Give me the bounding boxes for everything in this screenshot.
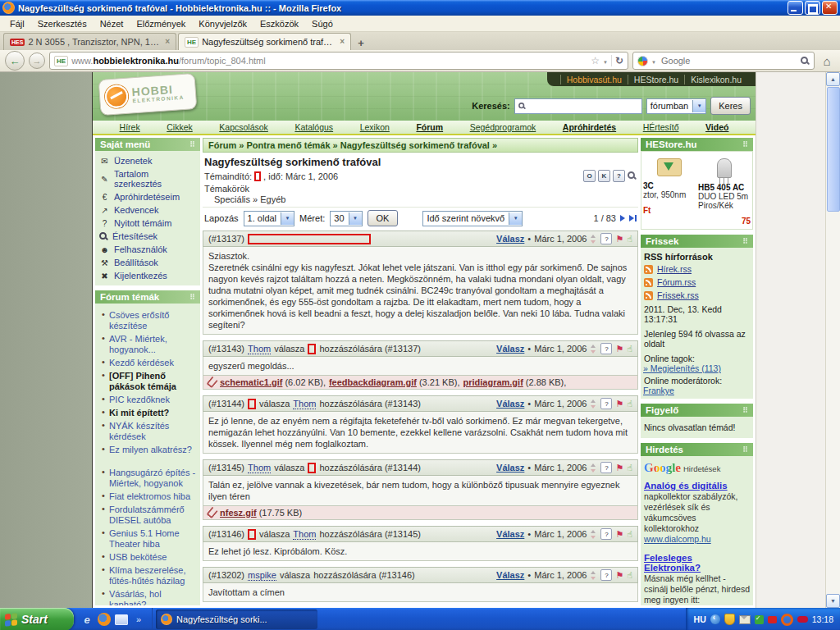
forum-topic-link[interactable]: [OFF] Pihenő pákások témája (109, 371, 176, 391)
product-image[interactable] (657, 158, 682, 176)
rss-link[interactable]: Hírek.rss (657, 264, 692, 274)
question-icon[interactable] (600, 398, 612, 409)
store-product[interactable]: HB5 405 AC DUO LED 5m Piros/Kék 75 (698, 155, 751, 226)
nav-link[interactable]: Katalógus (294, 122, 333, 132)
google-logo-icon[interactable] (637, 56, 648, 66)
thumbs-up-icon[interactable] (627, 570, 632, 581)
topic-list-item[interactable]: Ez milyen alkatrész? (101, 443, 196, 456)
menu-item[interactable]: Előzmények (130, 17, 192, 30)
tray-envelope-icon[interactable] (739, 615, 751, 624)
reply-link[interactable]: Válasz (496, 234, 524, 244)
forum-topic-link[interactable]: AVR - Miértek, hogyanok... (109, 334, 167, 354)
nav-link[interactable]: Kapcsolások (219, 122, 268, 132)
topic-list-item[interactable]: Hangsugárzó építés - Miértek, hogyanok (101, 466, 196, 490)
forum-topic-link[interactable]: Klíma beszerelése, fűtés-hűtés házilag (109, 565, 186, 586)
report-flag-icon[interactable] (615, 570, 623, 581)
k-icon[interactable]: K (598, 170, 610, 182)
header-top-link[interactable]: HEStore.hu (628, 75, 684, 84)
last-page-icon[interactable] (629, 215, 637, 221)
thumbs-up-icon[interactable] (627, 529, 632, 540)
forum-topic-link[interactable]: Csöves erősítő készítése (109, 310, 169, 331)
nav-link[interactable]: Hírek (120, 122, 140, 132)
topic-list-item[interactable]: Ki mit épített? (101, 406, 196, 419)
rss-row[interactable]: Hírek.rss (643, 262, 751, 276)
show-desktop-icon[interactable] (115, 614, 128, 625)
ad-url-link[interactable]: www.dialcomp.hu (644, 534, 711, 544)
topic-list-item[interactable]: Genius 5.1 Home Theater hiba (101, 527, 196, 550)
ok-button[interactable]: OK (368, 210, 399, 226)
start-button[interactable]: Start (0, 608, 74, 630)
product-name[interactable]: 3C (643, 181, 696, 190)
question-icon[interactable] (600, 462, 612, 473)
thumbs-up-icon[interactable] (627, 344, 632, 354)
topic-groups-value[interactable]: Speciális » Egyéb (203, 194, 638, 207)
online-members-link[interactable]: » Megjelenítés (113) (643, 363, 721, 373)
menu-link[interactable]: Kedvencek (114, 205, 158, 215)
new-tab-button[interactable] (353, 35, 369, 50)
reply-link[interactable]: Válasz (496, 570, 524, 580)
product-image[interactable] (717, 158, 732, 178)
forum-topic-link[interactable]: USB bekötése (109, 552, 167, 562)
header-top-link[interactable]: Hobbivasút.hu (560, 75, 628, 84)
vertical-scrollbar[interactable] (825, 72, 840, 608)
question-icon[interactable] (600, 569, 612, 581)
nav-link[interactable]: Segédprogramok (470, 122, 536, 132)
ad-headline-link[interactable]: Felesleges Elektronika? (644, 553, 750, 573)
magnifier-icon[interactable] (628, 171, 637, 180)
search-submit-button[interactable]: Keres (710, 97, 751, 115)
attachment-link[interactable]: nfesz.gif (220, 508, 257, 518)
reply-link[interactable]: Válasz (496, 399, 524, 409)
vote-arrows-icon[interactable] (590, 345, 597, 354)
taskbar-window-button[interactable]: Nagyfeszültség sorki... (156, 609, 317, 629)
menu-item[interactable]: Eszközök (253, 17, 305, 30)
nav-link[interactable]: Apróhirdetés (563, 122, 616, 132)
report-flag-icon[interactable] (615, 234, 623, 244)
forum-topic-link[interactable]: Genius 5.1 Home Theater hiba (109, 528, 180, 549)
topic-list-item[interactable]: Vásárlás, hol kapható? (101, 587, 196, 605)
hestore-header[interactable]: HEStore.hu (641, 138, 753, 151)
next-page-icon[interactable] (620, 215, 625, 221)
topic-list-item[interactable]: Fiat elektromos hiba (101, 490, 196, 503)
menu-row[interactable]: ✎ Tartalom szerkesztés (98, 167, 198, 190)
forum-topic-link[interactable]: NYÁK készítés kérdések (109, 421, 169, 441)
search-scope-select[interactable]: fórumban (646, 98, 706, 114)
report-flag-icon[interactable] (615, 344, 623, 354)
forum-topic-link[interactable]: Vásárlás, hol kapható? (109, 589, 162, 606)
magnifier-icon[interactable] (801, 57, 810, 66)
nav-link[interactable]: Cikkek (167, 122, 193, 132)
attachment-link[interactable]: pridiagram.gif (463, 377, 523, 387)
menu-link[interactable]: Értesítések (112, 231, 158, 241)
rss-row[interactable]: Fórum.rss (643, 276, 751, 289)
tab-background[interactable]: HES 2 N 3055 , Tranzisztor, NPN, 15A/100… (3, 33, 176, 50)
security-shield-icon[interactable] (724, 614, 735, 625)
scroll-up-icon[interactable] (826, 72, 840, 86)
menu-row[interactable]: ☻ Felhasználók (98, 243, 198, 256)
forward-button[interactable] (29, 52, 45, 69)
topic-list-item[interactable]: Fordulatszámmérő DIESEL autóba (101, 503, 196, 527)
reply-link[interactable]: Válasz (496, 463, 524, 472)
post-author-link[interactable]: Thom (248, 463, 271, 473)
tab-close-icon[interactable] (165, 38, 170, 46)
bookmark-star-icon[interactable] (591, 55, 600, 66)
forum-topic-link[interactable]: Fordulatszámmérő DIESEL autóba (109, 504, 185, 525)
forum-topic-link[interactable]: Ki mit épített? (109, 408, 169, 418)
forum-topic-link[interactable]: Kezdő kérdések (109, 358, 174, 368)
breadcrumb[interactable]: Fórum » Pontra menő témák » Nagyfeszülts… (203, 138, 638, 153)
page-select[interactable]: 1. oldal (244, 211, 294, 226)
menu-link[interactable]: Üzenetek (114, 156, 152, 166)
chevron-more-icon[interactable] (132, 613, 145, 626)
attachment-link[interactable]: feedbackdiagram.gif (329, 377, 417, 387)
store-product[interactable]: 3C ztor, 950nm Ft (643, 155, 696, 226)
nav-link[interactable]: Lexikon (360, 122, 390, 132)
post-author-link[interactable]: Thom (248, 344, 271, 354)
vote-arrows-icon[interactable] (590, 530, 597, 539)
menu-item[interactable]: Szerkesztés (31, 17, 94, 30)
menu-row[interactable]: ↗ Kedvencek (98, 203, 198, 217)
vote-arrows-icon[interactable] (590, 235, 597, 244)
scrollbar-thumb[interactable] (827, 87, 840, 212)
scroll-down-icon[interactable] (826, 594, 840, 608)
ad-headline-link[interactable]: Analóg és digitális (644, 481, 750, 491)
moderator-link[interactable]: Frankye (643, 386, 674, 395)
forum-topic-link[interactable]: Ez milyen alkatrész? (109, 445, 192, 454)
menu-link[interactable]: Beállítások (114, 258, 158, 267)
